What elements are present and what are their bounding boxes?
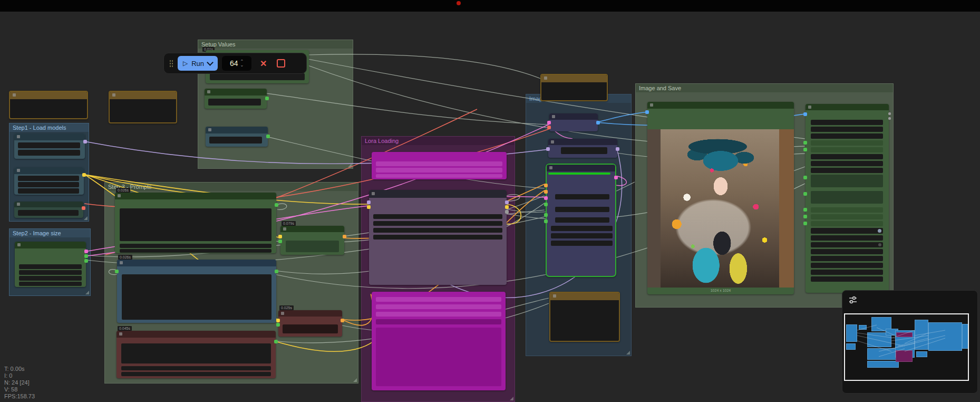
input-port[interactable]: [278, 235, 282, 238]
loader-node[interactable]: [14, 133, 85, 159]
field-row[interactable]: [208, 99, 261, 106]
lora-node[interactable]: [372, 292, 506, 390]
input-port[interactable]: [547, 126, 551, 129]
field-row[interactable]: [811, 235, 883, 241]
field-row[interactable]: [376, 297, 501, 302]
generated-image-preview[interactable]: [647, 129, 794, 288]
batch-count-value[interactable]: 64: [230, 59, 238, 68]
output-port[interactable]: [274, 340, 278, 343]
collapse-icon[interactable]: [372, 192, 375, 195]
field-row[interactable]: [18, 176, 79, 181]
field-row[interactable]: [209, 137, 262, 143]
field-row[interactable]: [811, 263, 883, 268]
collapse-icon[interactable]: [553, 294, 556, 298]
image-size-node[interactable]: [15, 242, 86, 287]
stepper-down-icon[interactable]: ⌄: [240, 63, 244, 67]
field-row[interactable]: [376, 168, 502, 173]
toggle-knob[interactable]: [878, 229, 881, 233]
field-row[interactable]: [376, 174, 502, 178]
field-row[interactable]: [19, 264, 82, 269]
node-title-bar[interactable]: [541, 75, 607, 82]
input-port[interactable]: [544, 213, 548, 217]
negative-prompt-node[interactable]: [117, 331, 276, 378]
output-port[interactable]: [84, 250, 88, 253]
field-row[interactable]: [811, 133, 883, 139]
field-row[interactable]: [210, 73, 305, 80]
output-port[interactable]: [82, 206, 85, 210]
field-row[interactable]: [18, 150, 80, 156]
output-port[interactable]: [275, 203, 278, 207]
output-port[interactable]: [83, 140, 87, 143]
input-port[interactable]: [544, 203, 548, 206]
chevron-down-icon[interactable]: [207, 59, 214, 66]
run-button[interactable]: ▷ Run: [178, 56, 218, 71]
field-row[interactable]: [551, 241, 613, 246]
field-row[interactable]: [376, 304, 501, 309]
collapse-icon[interactable]: [808, 106, 811, 109]
field-row[interactable]: [18, 210, 79, 216]
preview-node[interactable]: [549, 292, 620, 342]
field-row[interactable]: [376, 319, 501, 324]
collapse-icon[interactable]: [119, 332, 122, 336]
field-row[interactable]: [811, 221, 883, 226]
input-port[interactable]: [803, 222, 807, 225]
text-field[interactable]: [283, 324, 338, 333]
text-field[interactable]: [811, 191, 883, 204]
node-title-bar[interactable]: [206, 127, 268, 133]
minimap-panel[interactable]: [842, 290, 978, 394]
input-port[interactable]: [803, 148, 807, 151]
input-port[interactable]: [803, 192, 807, 196]
collapse-icon[interactable]: [544, 76, 547, 80]
lora-node[interactable]: [372, 152, 507, 179]
input-port[interactable]: [276, 323, 280, 327]
node-title-bar[interactable]: [806, 104, 889, 110]
field-row[interactable]: [811, 147, 883, 152]
collapse-icon[interactable]: [650, 103, 653, 107]
field-row[interactable]: [811, 249, 883, 254]
field-row[interactable]: [18, 182, 79, 187]
loader-node[interactable]: [14, 167, 84, 195]
input-port[interactable]: [278, 240, 282, 243]
output-port[interactable]: [888, 112, 891, 115]
output-port[interactable]: [614, 176, 618, 179]
minimap-viewport[interactable]: [844, 313, 969, 381]
field-row[interactable]: [121, 366, 271, 370]
value-node[interactable]: [206, 127, 268, 147]
value-node[interactable]: [205, 89, 267, 109]
collapse-icon[interactable]: [17, 243, 21, 246]
field-row[interactable]: [121, 372, 271, 376]
field-row[interactable]: [376, 312, 501, 317]
output-port[interactable]: [888, 117, 891, 120]
note-node[interactable]: [540, 74, 608, 101]
field-row[interactable]: [18, 188, 79, 194]
stop-button[interactable]: [277, 59, 285, 68]
field-row[interactable]: [811, 161, 883, 166]
field-row[interactable]: [373, 221, 502, 226]
field-row[interactable]: [555, 217, 609, 223]
node-title-bar[interactable]: [549, 113, 598, 120]
input-port[interactable]: [544, 184, 548, 187]
text-field[interactable]: [286, 241, 339, 252]
node-title-bar[interactable]: [548, 139, 617, 145]
input-port[interactable]: [803, 176, 807, 179]
conditioning-node[interactable]: [548, 139, 617, 158]
group-step2-title[interactable]: Step2 - Image size: [9, 229, 90, 237]
output-port[interactable]: [84, 254, 88, 258]
group-step3-title[interactable]: Step 3 - Prompts: [105, 183, 358, 191]
output-port[interactable]: [84, 259, 88, 263]
input-port[interactable]: [803, 208, 807, 212]
collapse-icon[interactable]: [207, 90, 210, 93]
toggle-row[interactable]: [811, 242, 883, 247]
input-port[interactable]: [544, 190, 548, 194]
collapse-icon[interactable]: [551, 140, 554, 143]
input-port[interactable]: [544, 219, 548, 223]
node-title-bar[interactable]: [14, 167, 84, 174]
collapse-icon[interactable]: [13, 93, 16, 97]
collapse-icon[interactable]: [549, 166, 552, 169]
image-preview-node[interactable]: 1024 x 1024: [647, 102, 794, 294]
input-port[interactable]: [547, 121, 551, 125]
output-port[interactable]: [505, 200, 509, 204]
node-title-bar[interactable]: [647, 102, 794, 109]
output-port[interactable]: [82, 173, 86, 177]
prompt-textarea[interactable]: [121, 343, 271, 363]
